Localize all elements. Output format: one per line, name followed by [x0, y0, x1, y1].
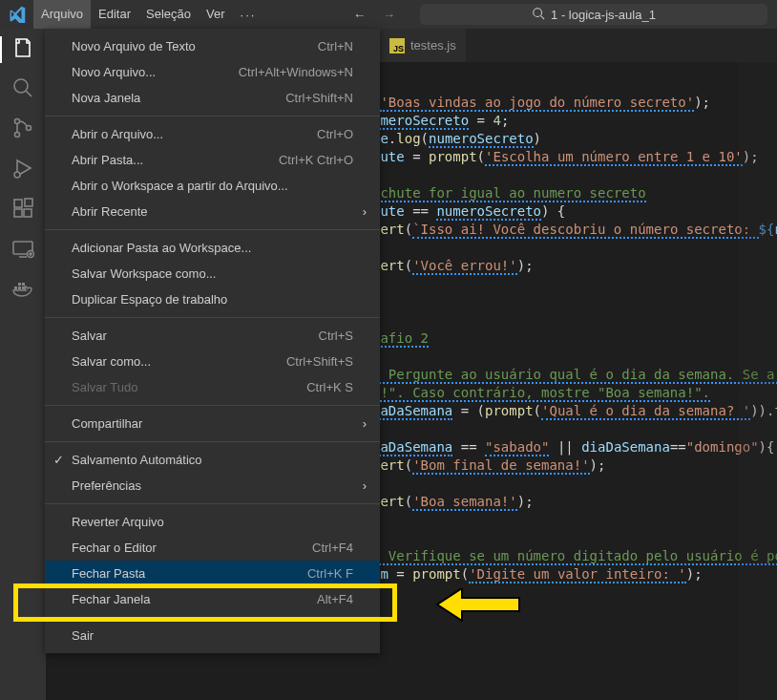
menu-item-fechar-o-editor[interactable]: Fechar o EditorCtrl+F4: [45, 535, 380, 561]
menubar: Arquivo Editar Seleção Ver ···: [33, 0, 263, 29]
svg-rect-18: [14, 286, 17, 289]
menu-item-novo-arquivo-de-texto[interactable]: Novo Arquivo de TextoCtrl+N: [45, 33, 380, 59]
tab-testes[interactable]: JS testes.js: [380, 29, 467, 62]
menu-item-shortcut: Ctrl+F4: [312, 541, 353, 555]
svg-rect-10: [14, 209, 22, 217]
tab-label: testes.js: [410, 38, 456, 53]
docker-icon[interactable]: [11, 277, 34, 300]
menu-selecao[interactable]: Seleção: [138, 0, 199, 29]
chevron-right-icon: ›: [363, 204, 367, 219]
menu-separator: [45, 617, 380, 618]
menu-item-label: Reverter Arquivo: [72, 515, 353, 529]
menu-item-label: Novo Arquivo de Texto: [72, 39, 318, 53]
menu-item-abrir-pasta[interactable]: Abrir Pasta...Ctrl+K Ctrl+O: [45, 147, 380, 173]
menu-item-salvar-como[interactable]: Salvar como...Ctrl+Shift+S: [45, 349, 380, 374]
menu-item-label: Abrir o Workspace a partir do Arquivo...: [72, 179, 353, 193]
svg-rect-19: [18, 286, 21, 289]
menu-item-abrir-recente[interactable]: Abrir Recente›: [45, 199, 380, 224]
menu-separator: [45, 405, 380, 406]
menu-item-shortcut: Ctrl+O: [317, 127, 353, 141]
menu-item-prefer-ncias[interactable]: Preferências›: [45, 473, 380, 498]
menu-item-compartilhar[interactable]: Compartilhar›: [45, 411, 380, 436]
menu-item-sair[interactable]: Sair: [45, 623, 380, 648]
menu-item-label: Duplicar Espaço de trabalho: [72, 292, 353, 307]
menu-item-salvamento-autom-tico[interactable]: ✓Salvamento Automático: [45, 447, 380, 473]
menu-separator: [45, 229, 380, 230]
menu-item-label: Salvamento Automático: [72, 453, 353, 467]
minimap[interactable]: [739, 62, 777, 700]
menu-item-nova-janela[interactable]: Nova JanelaCtrl+Shift+N: [45, 85, 380, 111]
svg-point-2: [14, 79, 28, 93]
menu-item-shortcut: Ctrl+K F: [307, 566, 353, 581]
explorer-icon[interactable]: [11, 36, 34, 59]
command-center[interactable]: 1 - logica-js-aula_1: [420, 4, 767, 25]
svg-rect-12: [25, 199, 32, 206]
menu-item-label: Adicionar Pasta ao Workspace...: [72, 241, 353, 255]
nav-forward-icon[interactable]: →: [383, 8, 395, 22]
svg-point-0: [534, 8, 542, 16]
menu-item-label: Abrir Recente: [72, 204, 353, 219]
menu-item-fechar-janela[interactable]: Fechar JanelaAlt+F4: [45, 586, 380, 612]
svg-rect-11: [24, 209, 32, 217]
svg-line-3: [26, 91, 32, 96]
svg-rect-9: [14, 200, 22, 207]
menu-item-shortcut: Ctrl+Shift+N: [285, 91, 353, 105]
menu-item-novo-arquivo[interactable]: Novo Arquivo...Ctrl+Alt+Windows+N: [45, 59, 380, 85]
menu-item-label: Salvar como...: [72, 354, 286, 369]
menu-item-abrir-o-arquivo[interactable]: Abrir o Arquivo...Ctrl+O: [45, 121, 380, 147]
title-bar: Arquivo Editar Seleção Ver ··· ← → 1 - l…: [0, 0, 777, 29]
menu-item-label: Abrir o Arquivo...: [72, 127, 317, 141]
svg-point-8: [14, 172, 20, 178]
menu-item-shortcut: Ctrl+S: [319, 329, 353, 343]
svg-rect-21: [18, 283, 21, 286]
svg-point-4: [15, 119, 20, 124]
source-control-icon[interactable]: [11, 117, 34, 139]
menu-item-reverter-arquivo[interactable]: Reverter Arquivo: [45, 509, 380, 535]
menu-item-abrir-o-workspace-a-partir-do-arquivo[interactable]: Abrir o Workspace a partir do Arquivo...: [45, 173, 380, 199]
menu-item-label: Preferências: [72, 478, 353, 493]
menu-item-salvar-tudo[interactable]: Salvar TudoCtrl+K S: [45, 374, 380, 400]
nav-arrows: ← →: [353, 8, 395, 22]
remote-icon[interactable]: [11, 237, 34, 260]
menu-item-label: Novo Arquivo...: [72, 65, 239, 79]
menu-separator: [45, 116, 380, 117]
menu-separator: [45, 441, 380, 442]
extensions-icon[interactable]: [11, 197, 34, 220]
vscode-logo-icon: [0, 6, 33, 23]
activity-bar: [0, 29, 46, 700]
menu-item-fechar-pasta[interactable]: Fechar PastaCtrl+K F: [45, 561, 380, 586]
menu-item-label: Compartilhar: [72, 416, 353, 431]
menu-item-shortcut: Ctrl+Alt+Windows+N: [239, 65, 353, 79]
menu-overflow[interactable]: ···: [233, 8, 264, 22]
editor-area[interactable]: ('Boas vindas ao jogo do número secreto'…: [325, 62, 777, 700]
search-icon: [532, 7, 545, 23]
menu-item-label: Sair: [72, 628, 353, 643]
menu-item-label: Nova Janela: [72, 91, 285, 105]
menu-item-shortcut: Ctrl+N: [318, 39, 353, 53]
menu-separator: [45, 503, 380, 504]
menu-item-label: Fechar o Editor: [72, 541, 312, 555]
command-center-text: 1 - logica-js-aula_1: [551, 8, 656, 22]
menu-item-label: Salvar Tudo: [72, 380, 306, 394]
svg-line-1: [541, 15, 545, 19]
menu-item-label: Abrir Pasta...: [72, 153, 279, 167]
menu-item-salvar[interactable]: SalvarCtrl+S: [45, 323, 380, 349]
activity-active-indicator: [0, 36, 2, 63]
chevron-right-icon: ›: [363, 416, 367, 431]
run-debug-icon[interactable]: [11, 157, 34, 180]
menu-separator: [45, 317, 380, 318]
menu-item-duplicar-espa-o-de-trabalho[interactable]: Duplicar Espaço de trabalho: [45, 286, 380, 312]
file-menu-dropdown: Novo Arquivo de TextoCtrl+NNovo Arquivo.…: [45, 29, 380, 653]
menu-arquivo[interactable]: Arquivo: [33, 0, 91, 29]
menu-item-label: Fechar Pasta: [72, 566, 307, 581]
menu-item-shortcut: Ctrl+K S: [306, 380, 353, 394]
menu-ver[interactable]: Ver: [199, 0, 233, 29]
menu-item-label: Salvar: [72, 329, 319, 343]
search-bar-icon[interactable]: [11, 76, 34, 99]
menu-item-adicionar-pasta-ao-workspace[interactable]: Adicionar Pasta ao Workspace...: [45, 235, 380, 261]
menu-editar[interactable]: Editar: [91, 0, 138, 29]
nav-back-icon[interactable]: ←: [353, 8, 366, 22]
js-file-icon: JS: [389, 38, 405, 53]
menu-item-shortcut: Alt+F4: [317, 592, 353, 606]
menu-item-salvar-workspace-como[interactable]: Salvar Workspace como...: [45, 261, 380, 286]
